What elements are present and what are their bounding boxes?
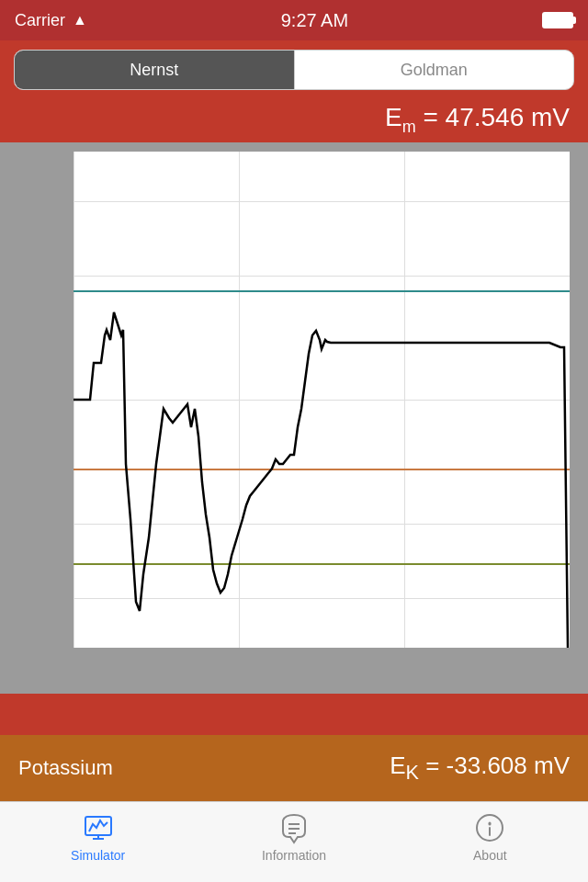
carrier-label: Carrier bbox=[15, 11, 65, 30]
chart-container: 100 50 0 -50 -100 mV 0 10 20 30 sec bbox=[0, 142, 588, 694]
ion-label: Potassium bbox=[18, 756, 113, 780]
ek-subscript: K bbox=[406, 761, 419, 784]
status-right bbox=[542, 12, 573, 28]
information-icon bbox=[277, 811, 311, 844]
wifi-icon: ▲ bbox=[73, 12, 87, 28]
simulator-icon bbox=[82, 811, 115, 844]
goldman-tab[interactable]: Goldman bbox=[295, 51, 574, 89]
tab-about-label: About bbox=[473, 848, 507, 863]
tab-simulator[interactable]: Simulator bbox=[0, 811, 196, 863]
battery-icon bbox=[542, 12, 573, 28]
nernst-tab[interactable]: Nernst bbox=[15, 51, 294, 89]
tab-about[interactable]: About bbox=[392, 811, 588, 863]
em-value: 47.546 mV bbox=[446, 103, 570, 131]
chart-inner: 100 50 0 -50 -100 mV 0 10 20 30 sec bbox=[74, 152, 570, 648]
status-time: 9:27 AM bbox=[281, 10, 348, 31]
em-label: Em = 47.546 mV bbox=[385, 103, 570, 131]
signal-polyline bbox=[74, 312, 568, 648]
tab-information[interactable]: Information bbox=[196, 811, 391, 863]
svg-point-9 bbox=[489, 822, 492, 825]
ek-value: EK = -33.608 mV bbox=[390, 752, 570, 785]
segment-control: Nernst Goldman bbox=[14, 50, 574, 90]
tab-simulator-label: Simulator bbox=[71, 848, 125, 863]
em-display: Em = 47.546 mV bbox=[0, 99, 588, 142]
tab-information-label: Information bbox=[262, 848, 326, 863]
signal-svg bbox=[74, 152, 570, 648]
about-icon bbox=[473, 811, 506, 844]
em-subscript: m bbox=[402, 118, 416, 136]
status-bar: Carrier ▲ 9:27 AM bbox=[0, 0, 588, 40]
tab-bar: Simulator Information About bbox=[0, 801, 588, 882]
status-left: Carrier ▲ bbox=[15, 11, 87, 30]
bottom-panel: Potassium EK = -33.608 mV bbox=[0, 735, 588, 801]
